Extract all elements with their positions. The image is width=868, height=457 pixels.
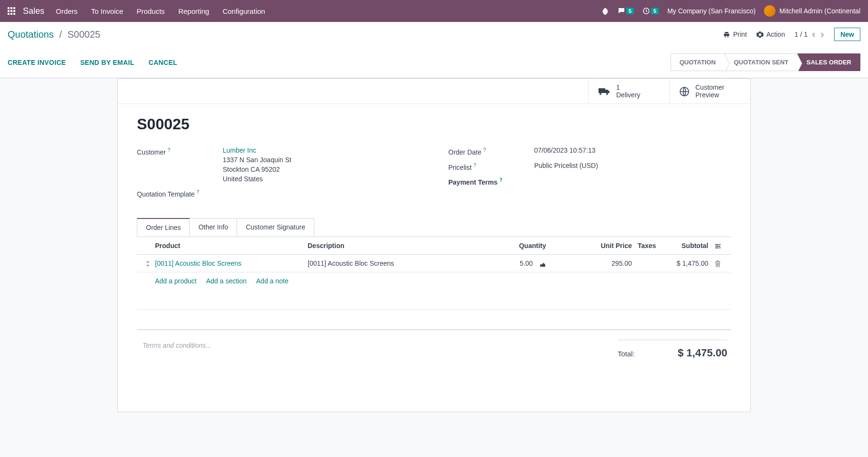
delivery-stat-button[interactable]: 1 Delivery bbox=[588, 79, 669, 104]
pricelist-value[interactable]: Public Pricelist (USD) bbox=[534, 162, 731, 171]
help-icon[interactable]: ? bbox=[483, 147, 486, 153]
total-value: $ 1,475.00 bbox=[678, 347, 727, 359]
user-menu[interactable]: Mitchell Admin (Continental bbox=[764, 5, 860, 17]
chart-icon[interactable] bbox=[539, 260, 546, 267]
blank-row bbox=[137, 310, 731, 330]
breadcrumb-sep: / bbox=[59, 29, 62, 40]
grid-options-icon[interactable] bbox=[708, 242, 727, 249]
add-product-link[interactable]: Add a product bbox=[155, 277, 196, 285]
preview-bot: Preview bbox=[695, 91, 724, 99]
apps-icon[interactable] bbox=[8, 7, 15, 15]
control-bar: Quotations / S00025 Print Action 1 / 1 N… bbox=[0, 22, 868, 47]
nav-to-invoice[interactable]: To Invoice bbox=[91, 7, 124, 15]
order-date-value[interactable]: 07/06/2023 10:57:13 bbox=[534, 146, 731, 156]
cell-unit-price[interactable]: 295.00 bbox=[546, 260, 632, 267]
col-taxes[interactable]: Taxes bbox=[632, 242, 675, 249]
chevron-left-icon bbox=[811, 32, 816, 38]
addr-line-1: 1337 N San Joaquin St bbox=[223, 156, 420, 164]
template-value[interactable] bbox=[223, 188, 420, 198]
help-icon[interactable]: ? bbox=[499, 177, 502, 183]
template-label: Quotation Template ? bbox=[137, 188, 223, 198]
app-name[interactable]: Sales bbox=[23, 6, 44, 16]
drag-handle-icon[interactable] bbox=[141, 260, 155, 267]
tab-customer-signature[interactable]: Customer Signature bbox=[237, 218, 314, 237]
cell-subtotal: $ 1,475.00 bbox=[675, 260, 708, 267]
new-button[interactable]: New bbox=[834, 28, 860, 41]
help-icon[interactable]: ? bbox=[168, 147, 171, 153]
pager-prev[interactable] bbox=[811, 31, 816, 38]
add-note-link[interactable]: Add a note bbox=[256, 277, 289, 285]
delivery-label: Delivery bbox=[616, 91, 641, 99]
action-button[interactable]: Action bbox=[756, 31, 785, 38]
blank-row bbox=[137, 290, 731, 310]
form-sheet: 1 Delivery Customer Preview S00025 C bbox=[117, 78, 751, 412]
pricelist-label: Pricelist ? bbox=[448, 162, 534, 171]
action-bar: CREATE INVOICE SEND BY EMAIL CANCEL QUOT… bbox=[0, 47, 868, 78]
pager-text[interactable]: 1 / 1 bbox=[795, 31, 807, 38]
debug-icon[interactable] bbox=[601, 7, 609, 15]
cell-description[interactable]: [0011] Acoustic Bloc Screens bbox=[308, 260, 479, 267]
chat-icon[interactable]: 5 bbox=[618, 7, 634, 15]
help-icon[interactable]: ? bbox=[474, 163, 476, 168]
create-invoice-button[interactable]: CREATE INVOICE bbox=[8, 59, 66, 66]
customer-link[interactable]: Lumber Inc bbox=[223, 146, 256, 154]
payment-terms-value[interactable] bbox=[534, 177, 731, 186]
product-link[interactable]: [0011] Acoustic Bloc Screens bbox=[155, 260, 241, 267]
col-product[interactable]: Product bbox=[155, 242, 308, 249]
activity-badge: 5 bbox=[651, 8, 659, 14]
customer-label: Customer ? bbox=[137, 146, 223, 183]
status-sales-order[interactable]: SALES ORDER bbox=[797, 53, 860, 71]
truck-icon bbox=[598, 85, 610, 97]
col-subtotal[interactable]: Subtotal bbox=[675, 242, 708, 249]
globe-icon bbox=[679, 85, 690, 97]
user-name: Mitchell Admin (Continental bbox=[779, 7, 860, 15]
terms-input[interactable]: Terms and conditions... bbox=[141, 340, 618, 351]
status-quotation-sent[interactable]: QUOTATION SENT bbox=[725, 53, 797, 71]
breadcrumb: Quotations / S00025 bbox=[8, 29, 100, 40]
cell-quantity[interactable]: 5.00 bbox=[479, 260, 546, 267]
nav-configuration[interactable]: Configuration bbox=[223, 7, 265, 15]
total-label: Total: bbox=[618, 350, 635, 358]
company-switcher[interactable]: My Company (San Francisco) bbox=[667, 7, 755, 15]
table-row[interactable]: [0011] Acoustic Bloc Screens [0011] Acou… bbox=[137, 255, 731, 272]
activity-icon[interactable]: 5 bbox=[642, 7, 659, 15]
col-unit-price[interactable]: Unit Price bbox=[546, 242, 632, 249]
svg-point-2 bbox=[719, 244, 721, 245]
payment-terms-label: Payment Terms ? bbox=[448, 177, 534, 186]
addr-line-2: Stockton CA 95202 bbox=[223, 166, 420, 173]
totals: Total: $ 1,475.00 bbox=[618, 340, 727, 359]
print-icon bbox=[723, 31, 730, 38]
delete-row-icon[interactable] bbox=[708, 260, 727, 267]
nav-reporting[interactable]: Reporting bbox=[178, 7, 209, 15]
help-icon[interactable]: ? bbox=[196, 189, 199, 195]
customer-preview-button[interactable]: Customer Preview bbox=[669, 79, 750, 104]
nav-menu: Orders To Invoice Products Reporting Con… bbox=[56, 7, 265, 15]
print-button[interactable]: Print bbox=[723, 31, 747, 38]
breadcrumb-current: S00025 bbox=[67, 29, 100, 40]
top-nav: Sales Orders To Invoice Products Reporti… bbox=[0, 0, 868, 22]
col-quantity[interactable]: Quantity bbox=[479, 242, 546, 249]
order-lines-grid: Product Description Quantity Unit Price … bbox=[137, 237, 731, 331]
gear-icon bbox=[756, 31, 764, 38]
record-title: S00025 bbox=[137, 115, 731, 133]
chevron-right-icon bbox=[820, 32, 825, 38]
preview-top: Customer bbox=[695, 83, 724, 91]
tab-order-lines[interactable]: Order Lines bbox=[137, 218, 190, 237]
col-description[interactable]: Description bbox=[308, 242, 479, 249]
order-date-label: Order Date ? bbox=[448, 146, 534, 156]
pager-next[interactable] bbox=[820, 31, 825, 38]
nav-orders[interactable]: Orders bbox=[56, 7, 78, 15]
pager: 1 / 1 bbox=[795, 31, 825, 38]
tabs: Order Lines Other Info Customer Signatur… bbox=[137, 218, 731, 237]
status-quotation[interactable]: QUOTATION bbox=[671, 53, 725, 71]
delivery-count: 1 bbox=[616, 83, 641, 91]
add-section-link[interactable]: Add a section bbox=[206, 277, 247, 285]
svg-point-3 bbox=[719, 247, 721, 249]
breadcrumb-parent[interactable]: Quotations bbox=[8, 29, 54, 40]
stat-buttons: 1 Delivery Customer Preview bbox=[118, 79, 750, 104]
send-email-button[interactable]: SEND BY EMAIL bbox=[80, 59, 134, 66]
nav-products[interactable]: Products bbox=[136, 7, 165, 15]
sheet-footer: Terms and conditions... Total: $ 1,475.0… bbox=[137, 330, 731, 359]
cancel-button[interactable]: CANCEL bbox=[149, 59, 177, 66]
tab-other-info[interactable]: Other Info bbox=[189, 218, 237, 237]
